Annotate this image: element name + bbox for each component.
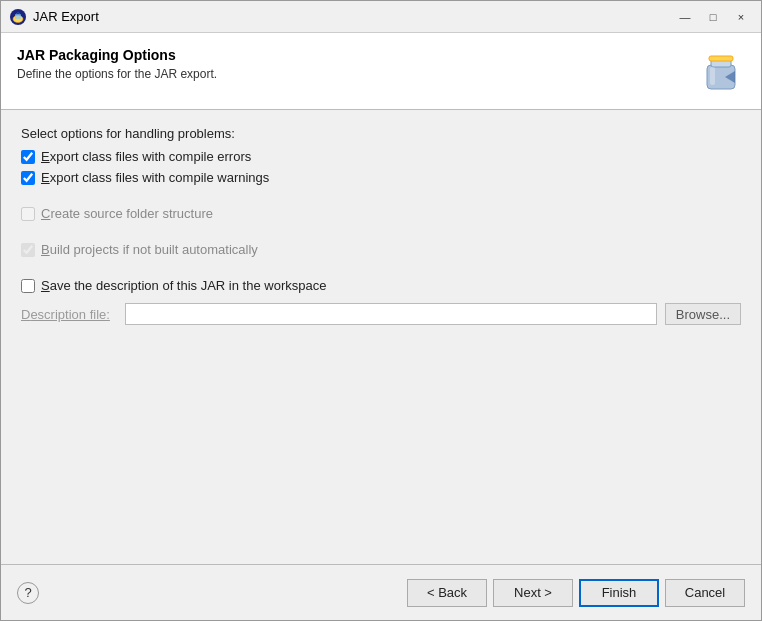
header-text: JAR Packaging Options Define the options… [17, 47, 687, 81]
cancel-button[interactable]: Cancel [665, 579, 745, 607]
jar-icon [697, 47, 745, 95]
create-source-folder-label: Create source folder structure [41, 206, 213, 221]
jar-export-window: JAR Export — □ × JAR Packaging Options D… [0, 0, 762, 621]
export-compile-errors-row: Export class files with compile errors [21, 149, 741, 164]
svg-rect-5 [709, 56, 733, 61]
export-compile-errors-label: Export class files with compile errors [41, 149, 251, 164]
create-source-folder-checkbox[interactable] [21, 207, 35, 221]
export-compile-warnings-checkbox[interactable] [21, 171, 35, 185]
window-icon [9, 8, 27, 26]
content-area: Select options for handling problems: Ex… [1, 110, 761, 564]
window-title: JAR Export [33, 9, 673, 24]
description-file-label: Description file: [21, 307, 117, 322]
footer-left: ? [17, 582, 39, 604]
close-button[interactable]: × [729, 6, 753, 28]
build-projects-row: Build projects if not built automaticall… [21, 242, 741, 257]
create-source-folder-row: Create source folder structure [21, 206, 741, 221]
description-file-input[interactable] [125, 303, 657, 325]
window-controls: — □ × [673, 6, 753, 28]
export-compile-warnings-row: Export class files with compile warnings [21, 170, 741, 185]
finish-button[interactable]: Finish [579, 579, 659, 607]
help-button[interactable]: ? [17, 582, 39, 604]
description-row: Description file: Browse... [21, 303, 741, 325]
page-title: JAR Packaging Options [17, 47, 687, 63]
footer-buttons: < Back Next > Finish Cancel [407, 579, 745, 607]
save-description-label: Save the description of this JAR in the … [41, 278, 326, 293]
problems-label: Select options for handling problems: [21, 126, 741, 141]
page-subtitle: Define the options for the JAR export. [17, 67, 687, 81]
title-bar: JAR Export — □ × [1, 1, 761, 33]
save-description-checkbox[interactable] [21, 279, 35, 293]
next-button[interactable]: Next > [493, 579, 573, 607]
svg-rect-2 [15, 14, 21, 19]
header-area: JAR Packaging Options Define the options… [1, 33, 761, 110]
back-button[interactable]: < Back [407, 579, 487, 607]
export-compile-warnings-label: Export class files with compile warnings [41, 170, 269, 185]
export-compile-errors-checkbox[interactable] [21, 150, 35, 164]
minimize-button[interactable]: — [673, 6, 697, 28]
svg-rect-6 [710, 67, 715, 85]
build-projects-checkbox[interactable] [21, 243, 35, 257]
save-description-row: Save the description of this JAR in the … [21, 278, 741, 293]
footer-area: ? < Back Next > Finish Cancel [1, 564, 761, 620]
maximize-button[interactable]: □ [701, 6, 725, 28]
build-projects-label: Build projects if not built automaticall… [41, 242, 258, 257]
browse-button[interactable]: Browse... [665, 303, 741, 325]
